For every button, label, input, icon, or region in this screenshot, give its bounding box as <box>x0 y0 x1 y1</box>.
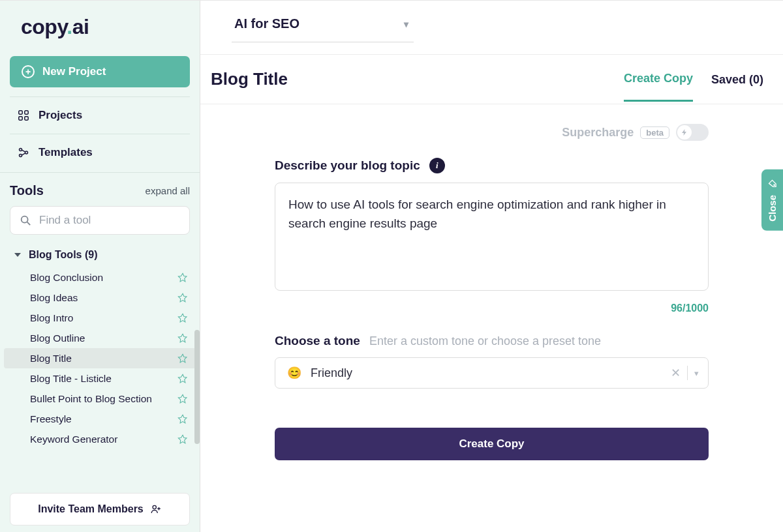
tool-label: Blog Intro <box>30 312 73 324</box>
create-copy-button[interactable]: Create Copy <box>275 428 709 460</box>
plus-icon: + <box>22 65 35 78</box>
tone-emoji: 😊 <box>287 366 301 380</box>
form: Describe your blog topic i 96/1000 Choos… <box>200 146 783 486</box>
tool-item-blog-intro[interactable]: Blog Intro <box>4 308 196 328</box>
tool-item-blog-conclusion[interactable]: Blog Conclusion <box>4 267 196 288</box>
tag-icon <box>767 179 777 188</box>
describe-input[interactable] <box>275 183 709 291</box>
expand-all-link[interactable]: expand all <box>146 185 190 196</box>
chevron-down-icon: ▾ <box>404 19 408 29</box>
svg-rect-1 <box>25 111 28 114</box>
supercharge-toggle[interactable] <box>676 124 709 141</box>
tool-item-blog-title[interactable]: Blog Title <box>4 348 196 368</box>
new-project-label: New Project <box>42 65 106 78</box>
project-select-value: AI for SEO <box>234 16 299 31</box>
star-icon[interactable] <box>177 293 188 303</box>
tools-header: Tools expand all <box>0 172 200 206</box>
svg-point-9 <box>774 185 775 186</box>
search-icon <box>20 214 31 226</box>
template-icon <box>18 147 29 158</box>
content: Supercharge beta Describe your blog topi… <box>200 104 783 532</box>
invite-label: Invite Team Members <box>38 503 144 515</box>
tool-item-keyword-generator[interactable]: Keyword Generator <box>4 429 196 449</box>
close-label: Close <box>767 195 778 222</box>
svg-point-4 <box>20 149 22 151</box>
tone-value: Friendly <box>311 366 352 380</box>
star-icon[interactable] <box>177 313 188 323</box>
tool-label: Blog Outline <box>30 332 85 344</box>
logo-dot: . <box>67 15 72 38</box>
info-icon[interactable]: i <box>429 158 445 173</box>
close-panel-tab[interactable]: Close <box>761 170 783 231</box>
chevron-down-icon[interactable]: ▾ <box>694 368 699 378</box>
tool-label: Keyword Generator <box>30 434 117 445</box>
logo-text-a: copy <box>21 15 67 38</box>
clear-icon[interactable]: ✕ <box>671 366 681 380</box>
tone-label-row: Choose a tone Enter a custom tone or cho… <box>275 334 709 348</box>
category-blog-tools[interactable]: Blog Tools (9) <box>0 243 200 267</box>
star-icon[interactable] <box>177 333 188 344</box>
tool-item-freestyle[interactable]: Freestyle <box>4 409 196 429</box>
sidebar: copy.ai + New Project Projects Template <box>0 1 200 532</box>
tool-item-blog-title-listicle[interactable]: Blog Title - Listicle <box>4 368 196 389</box>
search-box[interactable] <box>10 206 190 235</box>
nav-block: Projects <box>10 96 190 134</box>
nav-templates-label: Templates <box>38 146 93 159</box>
svg-point-8 <box>153 505 156 509</box>
tab-create-copy[interactable]: Create Copy <box>624 72 693 102</box>
project-select[interactable]: AI for SEO ▾ <box>232 10 414 42</box>
describe-label: Describe your blog topic <box>275 158 420 173</box>
tool-label: Blog Title - Listicle <box>30 373 112 385</box>
tool-item-bullet-point[interactable]: Bullet Point to Blog Section <box>4 389 196 409</box>
star-icon[interactable] <box>177 374 188 384</box>
grid-icon <box>18 110 29 121</box>
search-input[interactable] <box>39 214 180 227</box>
caret-down-icon <box>14 253 21 257</box>
tools-title: Tools <box>10 183 44 198</box>
tab-saved[interactable]: Saved (0) <box>711 73 763 101</box>
star-icon[interactable] <box>177 353 188 364</box>
star-icon[interactable] <box>177 394 188 404</box>
svg-rect-0 <box>19 111 22 114</box>
project-bar: AI for SEO ▾ <box>200 1 783 55</box>
page-title: Blog Title <box>211 69 288 89</box>
star-icon[interactable] <box>177 273 188 283</box>
svg-point-5 <box>20 155 22 157</box>
nav-projects[interactable]: Projects <box>10 97 190 134</box>
category-label: Blog Tools (9) <box>29 249 97 261</box>
star-icon[interactable] <box>177 434 188 445</box>
svg-point-7 <box>22 216 28 223</box>
main: AI for SEO ▾ Blog Title Create Copy Save… <box>200 1 783 532</box>
title-row: Blog Title Create Copy Saved (0) <box>200 55 783 104</box>
tone-hint: Enter a custom tone or choose a preset t… <box>369 334 601 348</box>
tool-label: Blog Ideas <box>30 292 78 304</box>
invite-team-button[interactable]: Invite Team Members <box>10 493 190 525</box>
logo: copy.ai <box>0 1 200 56</box>
logo-text-b: ai <box>72 15 89 38</box>
tool-label: Blog Conclusion <box>30 272 103 284</box>
tone-label: Choose a tone <box>275 334 360 348</box>
divider <box>687 366 688 380</box>
user-plus-icon <box>150 503 162 515</box>
supercharge-label: Supercharge <box>562 126 634 140</box>
nav-block-2: Templates <box>10 134 190 171</box>
tone-select[interactable]: 😊 Friendly ✕ ▾ <box>275 357 709 389</box>
tone-controls: ✕ ▾ <box>671 366 699 380</box>
nav-templates[interactable]: Templates <box>10 134 190 171</box>
tool-list: Blog Tools (9) Blog Conclusion Blog Idea… <box>0 243 200 485</box>
tool-label: Freestyle <box>30 413 72 425</box>
nav-projects-label: Projects <box>38 109 82 122</box>
describe-label-row: Describe your blog topic i <box>275 158 709 173</box>
tool-item-blog-ideas[interactable]: Blog Ideas <box>4 288 196 308</box>
star-icon[interactable] <box>177 414 188 424</box>
bolt-icon <box>677 125 692 140</box>
supercharge-row: Supercharge beta <box>200 104 783 146</box>
svg-rect-2 <box>19 117 22 120</box>
tone-value-wrap: 😊 Friendly <box>287 366 352 380</box>
tool-label: Blog Title <box>30 353 72 364</box>
new-project-button[interactable]: + New Project <box>10 56 190 87</box>
scrollbar-thumb[interactable] <box>194 330 200 444</box>
tool-item-blog-outline[interactable]: Blog Outline <box>4 328 196 348</box>
char-count: 96/1000 <box>275 303 709 314</box>
tool-label: Bullet Point to Blog Section <box>30 393 152 405</box>
